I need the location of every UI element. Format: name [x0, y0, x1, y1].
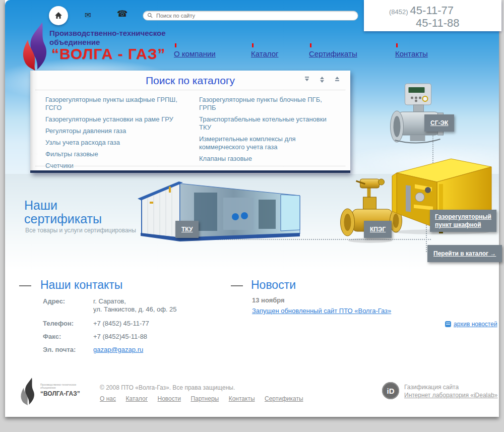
footer-links: О нас Каталог Новости Партнеры Контакты …: [100, 394, 311, 403]
catalog-column-2: Газорегуляторные пункты блочные ПГБ, ГРП…: [199, 96, 338, 166]
sgek-label[interactable]: СГ-ЭК: [424, 114, 454, 132]
phone-box: (8452)45-11-77 45-11-88: [364, 0, 501, 31]
kpeg-label[interactable]: КПЭГ: [364, 221, 392, 238]
phone-number-1: (8452)45-11-77: [389, 4, 454, 17]
nav-tick-icon: [175, 43, 176, 47]
nav-item-about[interactable]: О компании: [174, 43, 216, 58]
nav-tick-icon: [396, 43, 398, 47]
news-date: 13 ноября: [252, 296, 285, 304]
catalog-link[interactable]: Фильтры газовые: [45, 150, 194, 158]
email-link[interactable]: gazap@gazap.ru: [93, 346, 143, 353]
divider: [35, 90, 345, 90]
footer-copyright: © 2008 ПТО «Волга-Газ». Все права защище…: [100, 384, 235, 391]
catalog-link[interactable]: Измерительные комплексы для коммерческог…: [199, 135, 338, 151]
footer-link-catalog[interactable]: Каталог: [125, 395, 148, 402]
phone-area-code: (8452): [389, 8, 408, 16]
grpsh-label[interactable]: Газорегуляторный пункт шкафной: [430, 210, 496, 232]
catalog-link[interactable]: Узлы учета расхода газа: [45, 139, 194, 147]
nav-tick-icon: [252, 43, 254, 47]
catalog-column-1: Газорегуляторные пункты шкафные ГРПШ, ГС…: [45, 96, 194, 173]
page: ✉ ☎ (8452)45-11-77 45-11-88: [5, 0, 499, 417]
contacts-title: Наши контакты: [40, 278, 122, 292]
collapse-all-icon[interactable]: [335, 77, 339, 83]
search-icon: [147, 13, 153, 18]
home-button[interactable]: [49, 6, 68, 25]
nav-item-catalog[interactable]: Каталог: [251, 43, 279, 58]
email-value: gazap@gazap.ru: [93, 346, 143, 354]
org-name: Производственно-техническое объединение: [49, 29, 166, 47]
catalog-link[interactable]: Клапаны газовые: [199, 155, 338, 163]
section-dash: [19, 285, 31, 286]
footer-link-about[interactable]: О нас: [100, 395, 116, 402]
collapse-icon[interactable]: [305, 77, 309, 83]
site-search: [143, 11, 358, 21]
archive-icon: [445, 321, 451, 327]
footer-link-news[interactable]: Новости: [158, 395, 181, 402]
footer-logo-text: Производственно-техническое объединение …: [40, 383, 86, 397]
certificates-title: Наши сертификаты: [24, 199, 102, 226]
footer-logo-flame-icon: [18, 377, 40, 405]
catalog-link[interactable]: Газорегуляторные пункты блочные ПГБ, ГРП…: [199, 96, 338, 112]
news-archive: архив новостей: [445, 321, 497, 328]
news-item: Запущен обновленный сайт ПТО «Волга-Газ»: [252, 306, 391, 315]
phone-value: +7 (8452) 45-11-77: [93, 320, 149, 328]
mail-icon[interactable]: ✉: [85, 11, 91, 19]
fax-value: +7 (8452)45-11-88: [93, 333, 147, 341]
address-value: г. Саратов, ул. Танкистов, д. 46, оф. 25: [93, 297, 177, 314]
credit-label: Газификация сайта: [404, 384, 459, 391]
footer-link-certificates[interactable]: Сертификаты: [265, 395, 303, 402]
credit-link[interactable]: Интернет лаборатория «iDealab»: [404, 392, 497, 399]
phone-number-2: 45-11-88: [416, 17, 459, 30]
site-search-input[interactable]: [143, 11, 358, 21]
nav-item-contacts[interactable]: Контакты: [395, 43, 428, 58]
catalog-link[interactable]: Регуляторы давления газа: [45, 127, 194, 135]
news-title: Новости: [251, 278, 296, 292]
nav-item-certificates[interactable]: Сертификаты: [309, 43, 357, 58]
tku-product-image: [134, 175, 307, 243]
tku-label[interactable]: ТКУ: [175, 221, 199, 238]
idealab-logo: iD: [382, 382, 399, 399]
certificates-subtitle: Все товары и услуги сертифицированы: [25, 227, 136, 234]
phone-icon[interactable]: ☎: [117, 10, 128, 18]
section-dash: [231, 285, 243, 286]
catalog-search-panel: Поиск по каталогу Газорегуляторные пункт…: [30, 71, 350, 173]
catalog-link[interactable]: Газорегуляторные установки на раме ГРУ: [45, 115, 194, 124]
home-icon: [54, 12, 62, 20]
footer-link-contacts[interactable]: Контакты: [229, 395, 255, 402]
nav-tick-icon: [310, 43, 311, 47]
news-archive-link[interactable]: архив новостей: [454, 321, 497, 328]
address-label: Адрес:: [43, 297, 65, 305]
catalog-link[interactable]: Газорегуляторные пункты шкафные ГРПШ, ГС…: [45, 96, 194, 112]
catalog-link[interactable]: Транспортабельные котельные установки ТК…: [199, 115, 338, 132]
goto-catalog-button[interactable]: Перейти в каталог →: [427, 245, 502, 262]
catalog-title: Поиск по каталогу: [30, 75, 350, 87]
news-item-link[interactable]: Запущен обновленный сайт ПТО «Волга-Газ»: [252, 307, 391, 315]
email-label: Эл. почта:: [43, 346, 76, 353]
divider: [35, 166, 345, 166]
fax-label: Факс:: [43, 333, 61, 340]
brand-name: “ВОЛГА - ГАЗ”: [51, 45, 166, 63]
catalog-controls: [305, 77, 339, 83]
phone-label: Телефон:: [43, 320, 74, 327]
footer-link-partners[interactable]: Партнеры: [191, 395, 219, 402]
expand-icon[interactable]: [320, 77, 324, 83]
